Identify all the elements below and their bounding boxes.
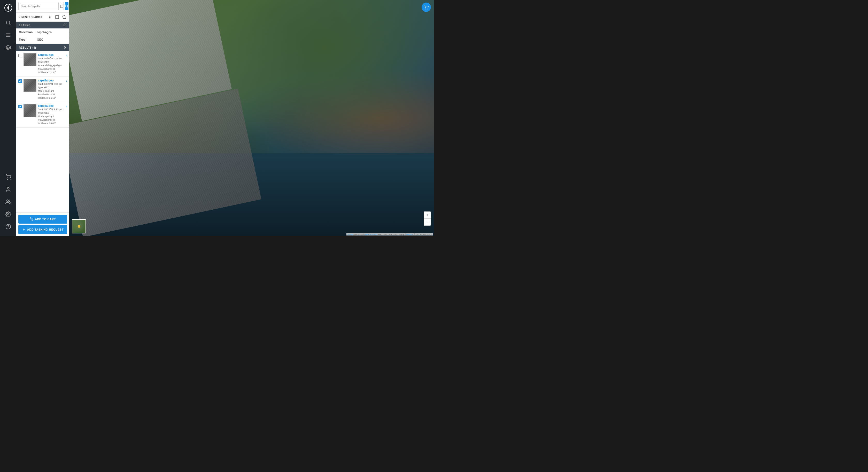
map-thumb-dot [78, 225, 80, 228]
svg-rect-22 [56, 16, 59, 19]
filters-edit-icon[interactable] [64, 23, 67, 27]
results-close-button[interactable]: ✕ [64, 46, 67, 50]
calendar-button[interactable] [60, 2, 64, 10]
svg-point-7 [7, 179, 8, 179]
svg-point-28 [426, 9, 426, 9]
tasking-icon [22, 228, 26, 231]
svg-point-1 [6, 21, 9, 24]
leaflet-link[interactable]: Leaflet [347, 233, 353, 235]
svg-point-11 [7, 213, 9, 215]
polygon-draw-icon[interactable] [61, 14, 67, 20]
app-logo[interactable] [3, 3, 13, 13]
result-2-type: Type: GEO [38, 86, 65, 89]
result-2-arrow[interactable]: › [66, 79, 67, 83]
result-1-name: capella-geo [38, 53, 65, 56]
result-3-mode: Mode: spotlight [38, 115, 65, 118]
attribution-text: Leaflet | Map data © OpenStreetMap contr… [347, 233, 432, 235]
sidebar-item-settings[interactable] [3, 209, 14, 220]
map-thumb-inner [72, 220, 86, 233]
sidebar-item-layers[interactable] [3, 42, 14, 53]
result-1-start: Start: 04/04/21 6:46 am [38, 57, 65, 60]
map-area[interactable]: + − Leaflet | Map data © OpenStreetMap c… [69, 0, 434, 236]
svg-marker-23 [63, 15, 66, 18]
sidebar-item-list[interactable] [3, 29, 14, 41]
zoom-in-button[interactable]: + [424, 212, 431, 218]
search-bar [16, 0, 69, 13]
result-3-start: Start: 03/27/21 9:11 pm [38, 108, 65, 111]
result-item-3[interactable]: capella-geo Start: 03/27/21 9:11 pm Type… [16, 102, 69, 128]
location-draw-icon[interactable] [47, 14, 53, 20]
add-tasking-label: ADD TASKING REQUEST [27, 228, 64, 231]
results-list: capella-geo Start: 04/04/21 6:46 am Type… [16, 51, 69, 212]
result-1-thumbnail [24, 53, 36, 66]
map-zoom-controls: + − [424, 211, 431, 226]
result-1-info: capella-geo Start: 04/04/21 6:46 am Type… [38, 53, 65, 75]
search-button[interactable] [65, 2, 68, 10]
results-header: RESULTS (3) ✕ [16, 44, 69, 51]
result-3-arrow[interactable]: › [66, 104, 67, 108]
result-2-incidence: Incidence: 35.10° [38, 96, 65, 100]
result-3-polarization: Polarization: HH [38, 118, 65, 122]
svg-point-29 [428, 9, 428, 9]
square-draw-icon[interactable] [54, 14, 60, 20]
svg-point-18 [65, 5, 67, 7]
svg-rect-14 [60, 5, 63, 7]
svg-point-10 [6, 200, 8, 202]
svg-point-8 [10, 179, 10, 179]
result-2-info: capella-geo Start: 03/28/21 8:59 pm Type… [38, 79, 65, 100]
search-input[interactable] [18, 2, 59, 10]
result-item-2[interactable]: capella-geo Start: 03/28/21 8:59 pm Type… [16, 77, 69, 102]
result-1-arrow[interactable]: › [66, 53, 67, 57]
sidebar-item-help[interactable] [3, 221, 14, 232]
reset-label: RESET SEARCH [22, 16, 41, 19]
map-background [69, 0, 434, 236]
sidebar-item-group[interactable] [3, 196, 14, 208]
result-3-checkbox[interactable] [18, 105, 22, 108]
result-1-incidence: Incidence: 31.30° [38, 71, 65, 75]
zoom-out-button[interactable]: − [424, 219, 431, 226]
sidebar-item-search[interactable] [3, 17, 14, 28]
filter-type-row: Type GEO [16, 36, 69, 43]
result-1-meta: Start: 04/04/21 6:46 am Type: GEO Mode: … [38, 57, 65, 75]
left-panel: ✕ RESET SEARCH FILTERS [16, 0, 69, 236]
osm-link[interactable]: OpenStreetMap [364, 233, 377, 235]
svg-line-19 [67, 7, 68, 8]
result-2-mode: Mode: spotlight [38, 89, 65, 93]
result-1-polarization: Polarization: HH [38, 67, 65, 71]
add-tasking-button[interactable]: ADD TASKING REQUEST [18, 225, 67, 234]
result-2-polarization: Polarization: HH [38, 93, 65, 96]
filter-collection-value: capella-geo [37, 30, 52, 34]
result-3-incidence: Incidence: 36.80° [38, 122, 65, 125]
map-thumbnail[interactable] [72, 219, 86, 233]
svg-point-24 [31, 220, 31, 221]
result-item-1[interactable]: capella-geo Start: 04/04/21 6:46 am Type… [16, 51, 69, 77]
result-2-meta: Start: 03/28/21 8:59 pm Type: GEO Mode: … [38, 83, 65, 100]
add-to-cart-label: ADD TO CART [35, 218, 56, 221]
result-3-info: capella-geo Start: 03/27/21 9:11 pm Type… [38, 104, 65, 125]
svg-line-2 [9, 24, 10, 25]
mapbox-link[interactable]: Mapbox [406, 233, 413, 235]
map-attribution: Leaflet | Map data © OpenStreetMap contr… [346, 233, 433, 235]
svg-point-21 [49, 17, 51, 18]
sidebar-bottom [3, 171, 14, 236]
filters-header: FILTERS [16, 22, 69, 28]
filters-label: FILTERS [19, 24, 30, 27]
result-1-type: Type: GEO [38, 60, 65, 64]
result-1-mode: Mode: sliding_spotlight [38, 64, 65, 67]
bottom-buttons: ADD TO CART ADD TASKING REQUEST [16, 212, 69, 236]
filter-type-value: GEO [37, 38, 43, 41]
result-2-checkbox[interactable] [18, 79, 22, 83]
reset-search-button[interactable]: ✕ RESET SEARCH [18, 16, 41, 19]
svg-point-9 [7, 187, 9, 189]
result-2-thumbnail [24, 79, 36, 92]
cart-top-right-button[interactable] [422, 3, 431, 12]
add-to-cart-button[interactable]: ADD TO CART [18, 215, 67, 224]
result-3-name: capella-geo [38, 104, 65, 107]
sidebar-nav [0, 0, 16, 236]
reset-x: ✕ [18, 16, 21, 19]
reset-row: ✕ RESET SEARCH [16, 13, 69, 22]
result-1-checkbox[interactable] [18, 54, 22, 57]
sidebar-item-user[interactable] [3, 184, 14, 195]
filter-collection-label: Collection [19, 30, 37, 34]
sidebar-item-cart[interactable] [3, 171, 14, 183]
